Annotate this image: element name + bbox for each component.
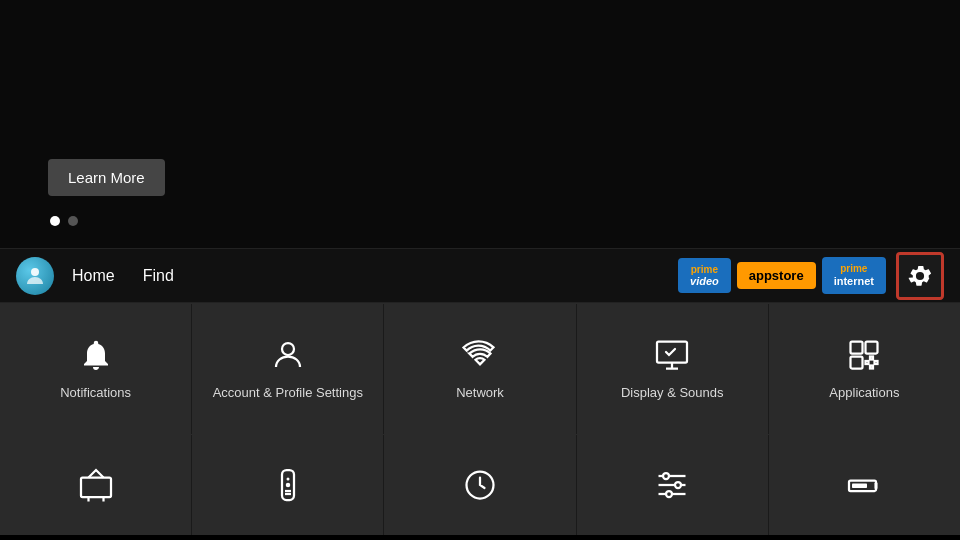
nav-home[interactable]: Home xyxy=(72,263,115,289)
grid-item-sliders[interactable] xyxy=(577,435,769,535)
navbar: Home Find prime video appstore prime int… xyxy=(0,248,960,303)
internet-label: internet xyxy=(834,275,874,288)
video-label: video xyxy=(690,276,719,287)
display-icon xyxy=(654,337,690,373)
svg-rect-10 xyxy=(81,478,111,498)
prime-video-badge[interactable]: prime video xyxy=(678,258,731,293)
svg-rect-26 xyxy=(852,484,867,489)
grid-row-2 xyxy=(0,434,960,535)
svg-point-23 xyxy=(675,482,681,488)
grid-item-tv[interactable] xyxy=(0,435,192,535)
alexa-icon xyxy=(462,467,498,503)
grid-item-account-profile[interactable]: Account & Profile Settings xyxy=(192,304,384,434)
nav-links: Home Find xyxy=(72,263,678,289)
internet-prime-label: prime xyxy=(840,263,867,275)
grid-item-device[interactable] xyxy=(769,435,960,535)
appstore-badge[interactable]: appstore xyxy=(737,262,816,290)
svg-rect-9 xyxy=(870,365,873,368)
svg-rect-3 xyxy=(851,341,863,353)
nav-right-badges: prime video appstore prime internet xyxy=(678,252,944,300)
nav-find[interactable]: Find xyxy=(143,263,174,289)
tv-icon xyxy=(78,467,114,503)
appstore-label: appstore xyxy=(749,268,804,284)
account-profile-label: Account & Profile Settings xyxy=(213,385,363,402)
svg-rect-5 xyxy=(851,356,863,368)
svg-rect-8 xyxy=(870,356,873,359)
network-label: Network xyxy=(456,385,504,402)
display-sounds-label: Display & Sounds xyxy=(621,385,724,402)
hero-section: Learn More xyxy=(0,0,960,248)
applications-label: Applications xyxy=(829,385,899,402)
settings-grid-row2 xyxy=(0,434,960,535)
grid-item-alexa[interactable] xyxy=(384,435,576,535)
wifi-icon xyxy=(462,337,498,373)
settings-button[interactable] xyxy=(896,252,944,300)
svg-point-24 xyxy=(666,491,672,497)
dot-1[interactable] xyxy=(50,216,60,226)
grid-item-applications[interactable]: Applications xyxy=(769,304,960,434)
sliders-icon xyxy=(654,467,690,503)
grid-item-notifications[interactable]: Notifications xyxy=(0,304,192,434)
notifications-label: Notifications xyxy=(60,385,131,402)
user-icon xyxy=(270,337,306,373)
grid-item-network[interactable]: Network xyxy=(384,304,576,434)
learn-more-button[interactable]: Learn More xyxy=(48,159,165,196)
dot-2[interactable] xyxy=(68,216,78,226)
svg-rect-7 xyxy=(875,361,878,364)
svg-point-0 xyxy=(31,268,39,276)
grid-item-display-sounds[interactable]: Display & Sounds xyxy=(577,304,769,434)
gear-icon xyxy=(906,262,934,290)
grid-icon xyxy=(846,337,882,373)
settings-grid-row1: Notifications Account & Profile Settings… xyxy=(0,303,960,434)
carousel-dots xyxy=(50,216,78,226)
svg-point-22 xyxy=(663,473,669,479)
remote-icon xyxy=(270,467,306,503)
grid-item-remote[interactable] xyxy=(192,435,384,535)
internet-badge[interactable]: prime internet xyxy=(822,257,886,294)
avatar[interactable] xyxy=(16,257,54,295)
svg-rect-4 xyxy=(866,341,878,353)
grid-row-1: Notifications Account & Profile Settings… xyxy=(0,303,960,434)
bell-icon xyxy=(78,337,114,373)
device-icon xyxy=(846,467,882,503)
svg-point-14 xyxy=(286,478,289,481)
svg-point-1 xyxy=(282,343,294,355)
svg-rect-6 xyxy=(866,361,869,364)
